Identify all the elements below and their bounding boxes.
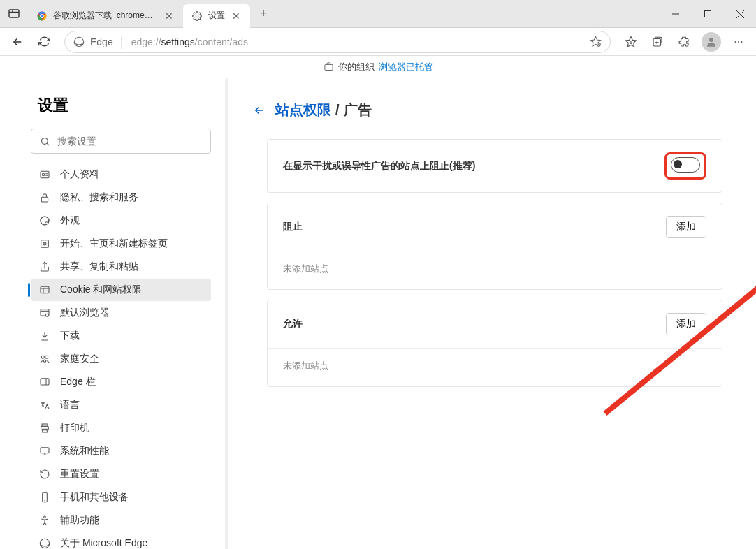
block-add-button[interactable]: 添加 bbox=[666, 216, 706, 238]
settings-nav: 个人资料隐私、搜索和服务外观开始、主页和新建标签页共享、复制和粘贴Cookie … bbox=[31, 163, 211, 549]
browser-icon bbox=[38, 307, 52, 319]
sidebar-item-family[interactable]: 家庭安全 bbox=[31, 348, 211, 370]
titlebar: 谷歌浏览器下载_chrome浏览器 ✕ 设置 ✕ + bbox=[0, 0, 756, 28]
reset-icon bbox=[38, 469, 52, 480]
svg-point-53 bbox=[40, 539, 49, 548]
sidebar-item-label: 个人资料 bbox=[60, 168, 99, 181]
tab-manager-icon[interactable] bbox=[0, 0, 28, 28]
search-icon bbox=[40, 136, 50, 147]
share-icon bbox=[38, 261, 52, 272]
tab-settings[interactable]: 设置 ✕ bbox=[183, 4, 250, 28]
sidebar-item-lock[interactable]: 隐私、搜索和服务 bbox=[31, 186, 211, 209]
accessibility-icon bbox=[38, 515, 52, 526]
back-button[interactable] bbox=[6, 30, 29, 54]
sidebar-item-share[interactable]: 共享、复制和粘贴 bbox=[31, 256, 211, 278]
breadcrumb-link[interactable]: 站点权限 bbox=[275, 101, 331, 119]
sidebar-item-download[interactable]: 下载 bbox=[31, 325, 211, 347]
close-window-button[interactable] bbox=[724, 0, 756, 28]
sidebar-item-system[interactable]: 系统和性能 bbox=[31, 440, 211, 462]
sidebar-item-label: 默认浏览器 bbox=[60, 307, 109, 319]
allow-title: 允许 bbox=[283, 318, 303, 330]
allow-add-button[interactable]: 添加 bbox=[666, 313, 706, 335]
sidebar-item-power[interactable]: 开始、主页和新建标签页 bbox=[31, 233, 211, 255]
breadcrumb-sep: / bbox=[335, 102, 340, 118]
sidebar-item-label: 下载 bbox=[60, 330, 80, 342]
settings-search[interactable] bbox=[31, 129, 211, 154]
maximize-button[interactable] bbox=[692, 0, 724, 28]
svg-rect-47 bbox=[41, 448, 49, 453]
svg-rect-8 bbox=[705, 11, 711, 17]
sidebar-item-label: 共享、复制和粘贴 bbox=[60, 261, 138, 273]
sidebar-item-label: 家庭安全 bbox=[60, 353, 99, 365]
svg-point-24 bbox=[42, 138, 48, 144]
sidebar-item-cookie[interactable]: Cookie 和网站权限 bbox=[31, 279, 211, 301]
block-ads-toggle[interactable] bbox=[671, 157, 700, 173]
sidebar-item-label: Cookie 和网站权限 bbox=[60, 284, 142, 296]
favorite-star-icon[interactable] bbox=[590, 36, 602, 47]
power-icon bbox=[38, 238, 52, 249]
tab-title: 谷歌浏览器下载_chrome浏览器 bbox=[53, 10, 158, 22]
sidebar-item-browser[interactable]: 默认浏览器 bbox=[31, 302, 211, 324]
minimize-button[interactable] bbox=[660, 0, 692, 28]
svg-point-52 bbox=[44, 516, 46, 518]
address-bar[interactable]: Edge │ edge://settings/content/ads bbox=[64, 31, 611, 53]
sidebar-item-label: 重置设置 bbox=[60, 468, 99, 481]
managed-link[interactable]: 浏览器已托管 bbox=[379, 61, 433, 73]
briefcase-icon bbox=[324, 61, 334, 72]
favorites-button[interactable] bbox=[619, 30, 643, 54]
close-icon[interactable]: ✕ bbox=[231, 10, 242, 22]
sidebar-item-accessibility[interactable]: 辅助功能 bbox=[31, 509, 211, 532]
tab-chrome-download[interactable]: 谷歌浏览器下载_chrome浏览器 ✕ bbox=[28, 4, 183, 28]
sidebar-item-label: 打印机 bbox=[60, 422, 89, 434]
sidebar-item-appearance[interactable]: 外观 bbox=[31, 210, 211, 232]
allow-empty: 未添加站点 bbox=[268, 348, 722, 386]
search-input[interactable] bbox=[57, 136, 202, 147]
sidebar-item-profile[interactable]: 个人资料 bbox=[31, 163, 211, 186]
extensions-button[interactable] bbox=[672, 30, 696, 54]
lock-icon bbox=[38, 192, 52, 203]
download-icon bbox=[38, 330, 52, 342]
profile-icon bbox=[38, 169, 52, 180]
titlebar-left: 谷歌浏览器下载_chrome浏览器 ✕ 设置 ✕ + bbox=[0, 0, 274, 27]
block-empty: 未添加站点 bbox=[268, 251, 722, 289]
breadcrumb-current: 广告 bbox=[344, 101, 372, 119]
sidebar-item-about[interactable]: 关于 Microsoft Edge bbox=[31, 532, 211, 549]
svg-rect-42 bbox=[41, 379, 49, 385]
svg-rect-28 bbox=[41, 197, 48, 202]
chrome-icon bbox=[36, 10, 48, 22]
sidebar-item-language[interactable]: 语言 bbox=[31, 394, 211, 416]
settings-content: 站点权限 / 广告 在显示干扰或误导性广告的站点上阻止(推荐) 阻止 添加 bbox=[228, 78, 756, 549]
sidebar-item-bar[interactable]: Edge 栏 bbox=[31, 371, 211, 393]
sidebar-item-phone[interactable]: 手机和其他设备 bbox=[31, 486, 211, 508]
svg-point-11 bbox=[74, 37, 83, 46]
refresh-button[interactable] bbox=[32, 30, 56, 54]
svg-point-22 bbox=[709, 38, 713, 42]
url-host: settings bbox=[161, 36, 195, 47]
sidebar-item-printer[interactable]: 打印机 bbox=[31, 417, 211, 439]
collections-button[interactable] bbox=[646, 30, 669, 54]
bar-icon bbox=[38, 376, 52, 388]
sidebar-item-label: 关于 Microsoft Edge bbox=[60, 537, 147, 549]
new-tab-button[interactable]: + bbox=[253, 3, 274, 24]
back-arrow-icon[interactable] bbox=[253, 104, 266, 117]
appearance-icon bbox=[38, 215, 52, 226]
address-prefix: Edge bbox=[90, 36, 113, 47]
settings-title: 设置 bbox=[38, 95, 211, 116]
toggle-label: 在显示干扰或误导性广告的站点上阻止(推荐) bbox=[283, 160, 475, 173]
allow-list-card: 允许 添加 未添加站点 bbox=[267, 300, 722, 387]
window-controls bbox=[660, 0, 756, 27]
block-title: 阻止 bbox=[283, 221, 303, 233]
family-icon bbox=[38, 353, 52, 365]
more-menu-button[interactable]: ··· bbox=[727, 30, 750, 54]
block-list-card: 阻止 添加 未添加站点 bbox=[267, 203, 722, 290]
sidebar-item-label: 开始、主页和新建标签页 bbox=[60, 237, 168, 250]
svg-line-25 bbox=[47, 143, 49, 145]
profile-avatar[interactable] bbox=[702, 32, 721, 52]
language-icon bbox=[38, 400, 52, 411]
sidebar-item-label: Edge 栏 bbox=[60, 376, 96, 388]
cookie-icon bbox=[38, 284, 52, 295]
url-scheme: edge:// bbox=[131, 36, 161, 47]
sidebar-item-reset[interactable]: 重置设置 bbox=[31, 463, 211, 485]
svg-point-41 bbox=[43, 360, 45, 362]
close-icon[interactable]: ✕ bbox=[163, 10, 175, 22]
